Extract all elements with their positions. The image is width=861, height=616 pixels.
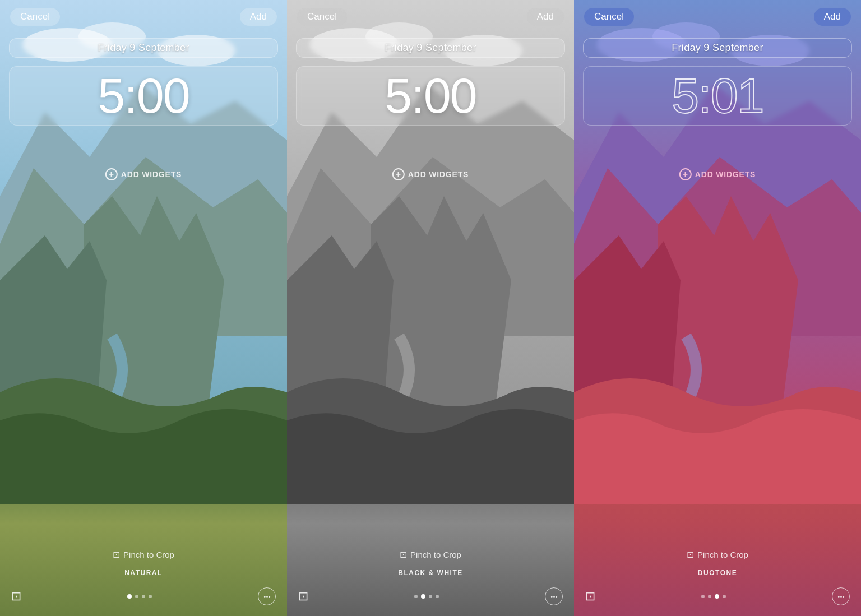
plus-icon-bw: + [392,168,405,180]
pinch-label-bw: Pinch to Crop [410,550,461,559]
dot-2-natural [135,595,138,598]
more-icon-bw[interactable]: • • • [545,587,563,605]
screen-bw: Cancel Add Friday 9 September 5:00 + ADD… [287,0,574,616]
gallery-icon-bw[interactable]: ⊡ [298,589,308,604]
filter-label-duotone: DUOTONE [698,569,737,577]
clock-widget-duotone[interactable]: 5:01 [583,66,852,126]
clock-text-duotone: 5:01 [590,71,845,121]
plus-icon-duotone: + [679,168,692,180]
date-text-bw: Friday 9 September [385,42,476,53]
dot-1-natural [127,594,132,599]
crop-icon-bw: ⊡ [400,549,407,560]
date-widget-duotone[interactable]: Friday 9 September [583,38,852,58]
add-button-bw[interactable]: Add [527,8,564,26]
more-icon-natural[interactable]: • • • [258,587,276,605]
add-widgets-label-natural: ADD WIDGETS [121,170,182,179]
filter-label-bw: BLACK & WHITE [398,569,463,577]
clock-text-bw: 5:00 [303,71,558,121]
date-text-natural: Friday 9 September [98,42,189,53]
add-widgets-label-duotone: ADD WIDGETS [695,170,756,179]
bottom-toolbar-bw: ⊡ • • • [287,577,574,616]
screen-duotone: Cancel Add Friday 9 September 5:01 + ADD… [574,0,861,616]
dot-3-bw [429,595,432,598]
top-bar-bw: Cancel Add [287,0,574,34]
pinch-label-duotone: Pinch to Crop [697,550,748,559]
crop-icon-duotone: ⊡ [687,549,694,560]
pinch-to-crop-bw: ⊡ Pinch to Crop [400,549,461,560]
top-bar-duotone: Cancel Add [574,0,861,34]
bottom-toolbar-duotone: ⊡ • • • [574,577,861,616]
dots-bw [414,594,439,599]
pinch-to-crop-duotone: ⊡ Pinch to Crop [687,549,748,560]
dot-3-duotone [715,594,719,599]
clock-widget-natural[interactable]: 5:00 [9,66,278,126]
add-widgets-bw[interactable]: + ADD WIDGETS [392,168,469,180]
dot-1-bw [414,595,418,598]
add-widgets-label-bw: ADD WIDGETS [408,170,469,179]
add-widgets-duotone[interactable]: + ADD WIDGETS [679,168,756,180]
add-button-duotone[interactable]: Add [814,8,851,26]
dot-3-natural [142,595,145,598]
add-button-natural[interactable]: Add [240,8,277,26]
dot-2-duotone [708,595,711,598]
clock-text-natural: 5:00 [16,71,271,121]
filter-label-natural: NATURAL [124,569,163,577]
screen-natural: Cancel Add Friday 9 September 5:00 + ADD… [0,0,287,616]
more-icon-duotone[interactable]: • • • [832,587,850,605]
cancel-button-bw[interactable]: Cancel [297,8,347,26]
date-widget-natural[interactable]: Friday 9 September [9,38,278,58]
gallery-icon-natural[interactable]: ⊡ [11,589,21,604]
pinch-label-natural: Pinch to Crop [123,550,174,559]
dot-4-natural [149,595,152,598]
date-text-duotone: Friday 9 September [672,42,763,53]
date-widget-bw[interactable]: Friday 9 September [296,38,565,58]
dot-1-duotone [701,595,705,598]
cancel-button-natural[interactable]: Cancel [10,8,60,26]
dot-4-duotone [723,595,726,598]
dots-natural [127,594,152,599]
top-bar-natural: Cancel Add [0,0,287,34]
plus-icon-natural: + [105,168,118,180]
dot-2-bw [421,594,425,599]
pinch-to-crop-natural: ⊡ Pinch to Crop [113,549,174,560]
dot-4-bw [436,595,439,598]
dots-duotone [701,594,726,599]
bottom-toolbar-natural: ⊡ • • • [0,577,287,616]
clock-widget-bw[interactable]: 5:00 [296,66,565,126]
crop-icon-natural: ⊡ [113,549,120,560]
add-widgets-natural[interactable]: + ADD WIDGETS [105,168,182,180]
gallery-icon-duotone[interactable]: ⊡ [585,589,595,604]
cancel-button-duotone[interactable]: Cancel [584,8,634,26]
